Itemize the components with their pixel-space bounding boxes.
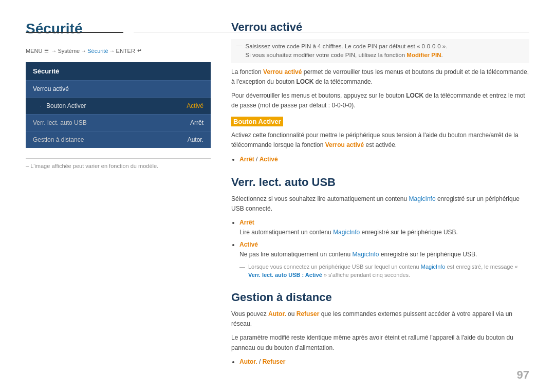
- menu-icon: ☰: [44, 48, 49, 53]
- page-title: Sécurité: [26, 21, 211, 37]
- verr-lect-bullet2: Activé Ne pas lire automatiquement un co…: [239, 240, 529, 259]
- section-gestion-title: Gestion à distance: [231, 291, 529, 304]
- arret-label2: Arrêt: [239, 219, 254, 226]
- nav-item-gestion-label: Gestion à distance: [33, 136, 84, 143]
- arret-label: Arrêt: [239, 156, 254, 163]
- nav-menu: Sécurité Verrou activé · Bouton Activer …: [26, 62, 211, 148]
- arrow1: →: [51, 48, 57, 54]
- nav-item-verrou[interactable]: Verrou activé: [26, 80, 211, 97]
- gestion-bullet1: Autor. / Refuser: [239, 357, 529, 367]
- modifier-pin-link: Modifier PIN: [406, 52, 441, 58]
- verr-lect-note-text: Lorsque vous connectez un périphérique U…: [248, 263, 529, 279]
- nav-item-verr-lect-value: Arrêt: [190, 119, 203, 126]
- note-dash2: —: [239, 263, 245, 279]
- magicinfo-ref2: MagicInfo: [333, 229, 360, 236]
- nav-item-verr-lect[interactable]: Verr. lect. auto USB Arrêt: [26, 114, 211, 131]
- nav-menu-header: Sécurité: [26, 62, 211, 80]
- verr-lect-bullet1: Arrêt Lire automatiquement un contenu Ma…: [239, 218, 529, 237]
- magicinfo-ref3: MagicInfo: [352, 251, 379, 258]
- slash2: /: [259, 358, 263, 365]
- arrow2: →: [81, 48, 86, 54]
- magicinfo-ref1: MagicInfo: [409, 195, 436, 202]
- gestion-para1: Vous pouvez Autor. ou Refuser que les co…: [231, 309, 529, 329]
- lock-bold1: LOCK: [296, 78, 313, 85]
- verrou-active-ref2: Verrou activé: [325, 141, 364, 148]
- bouton-activer-list: Arrêt / Activé: [239, 155, 529, 164]
- left-column: Sécurité MENU ☰ → Système → Sécurité → E…: [26, 21, 211, 377]
- note-dash1: —: [236, 42, 243, 60]
- magicinfo-ref4: MagicInfo: [421, 264, 446, 270]
- gestion-para2: Le paramètre modifié reste identique mêm…: [231, 333, 529, 352]
- section-verr-lect-title: Verr. lect. auto USB: [231, 176, 529, 189]
- nav-item-verr-lect-label: Verr. lect. auto USB: [33, 119, 87, 126]
- active-desc: Ne pas lire automatiquement un contenu M…: [239, 251, 477, 258]
- arret-desc: Lire automatiquement un contenu MagicInf…: [239, 229, 458, 236]
- verrou-note-text: Saisissez votre code PIN à 4 chiffres. L…: [246, 42, 448, 60]
- enter-icon: ↵: [137, 47, 142, 54]
- nav-item-bouton-value: Activé: [187, 102, 203, 109]
- refuser-label: Refuser: [263, 358, 286, 365]
- image-note: – L'image affichée peut varier en foncti…: [26, 158, 211, 169]
- nav-item-bouton-label: · Bouton Activer: [40, 102, 86, 109]
- top-rule-left: [26, 32, 123, 33]
- arrow3: →: [109, 48, 115, 54]
- section-verrou: Verrou activé — Saisissez votre code PIN…: [231, 21, 529, 164]
- slash1: /: [256, 156, 260, 163]
- nav-item-verrou-label: Verrou activé: [33, 85, 69, 92]
- bouton-bullet1: Arrêt / Activé: [239, 155, 529, 164]
- gestion-list: Autor. / Refuser: [239, 357, 529, 367]
- autor-ref: Autor.: [268, 310, 286, 318]
- active-label1: Activé: [260, 156, 278, 163]
- breadcrumb-item1: Système: [58, 48, 80, 54]
- nav-item-gestion[interactable]: Gestion à distance Autor.: [26, 131, 211, 148]
- refuser-ref: Refuser: [297, 310, 320, 318]
- top-rule-right: [134, 32, 529, 32]
- right-column: Verrou activé — Saisissez votre code PIN…: [231, 21, 529, 377]
- bouton-activer-para: Activez cette fonctionnalité pour mettre…: [231, 130, 529, 150]
- active-label2: Activé: [239, 241, 258, 248]
- nav-item-bouton[interactable]: · Bouton Activer Activé: [26, 97, 211, 114]
- verr-lect-para1: Sélectionnez si vous souhaitez lire auto…: [231, 194, 529, 214]
- autor-label: Autor.: [239, 358, 257, 365]
- bullet-icon: ·: [40, 103, 42, 109]
- section-gestion: Gestion à distance Vous pouvez Autor. ou…: [231, 291, 529, 367]
- lock-bold2: LOCK: [406, 92, 423, 99]
- nav-item-gestion-value: Autor.: [188, 136, 203, 143]
- breadcrumb: MENU ☰ → Système → Sécurité → ENTER ↵: [26, 47, 211, 54]
- page-number: 97: [517, 368, 529, 382]
- verrou-note-box: — Saisissez votre code PIN à 4 chiffres.…: [231, 39, 529, 63]
- breadcrumb-item3: ENTER: [116, 48, 135, 54]
- menu-label: MENU: [26, 48, 42, 54]
- section-verr-lect: Verr. lect. auto USB Sélectionnez si vou…: [231, 176, 529, 279]
- verr-lect-note: — Lorsque vous connectez un périphérique…: [239, 263, 529, 279]
- verr-lect-msg: Verr. lect. auto USB : Activé: [248, 272, 322, 278]
- breadcrumb-item2: Sécurité: [87, 48, 108, 54]
- verrou-para2: Pour déverrouiller les menus et boutons,…: [231, 91, 529, 110]
- verr-lect-list: Arrêt Lire automatiquement un contenu Ma…: [239, 218, 529, 259]
- bouton-activer-subtitle: Bouton Activer: [231, 117, 283, 126]
- verrou-active-ref1: Verrou activé: [263, 68, 302, 76]
- verrou-para1: La fonction Verrou activé permet de verr…: [231, 67, 529, 87]
